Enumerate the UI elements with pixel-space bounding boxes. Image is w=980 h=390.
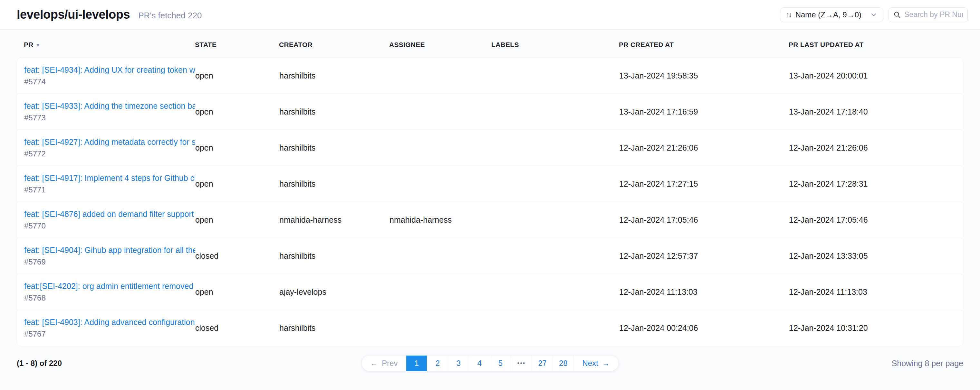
sort-dropdown[interactable]: ↑↓ Name (Z→A, 9→0) (780, 7, 883, 22)
column-header-pr-last-updated-at: PR LAST UPDATED AT (789, 41, 956, 49)
pr-created-at-cell: 13-Jan-2024 19:58:35 (619, 71, 789, 81)
pagination-range-text: (1 - 8) of 220 (17, 359, 62, 368)
pr-number: #5767 (24, 330, 195, 339)
pr-created-at-cell: 12-Jan-2024 00:24:06 (619, 323, 789, 333)
creator-cell: harshilbits (279, 143, 390, 152)
pr-created-at-cell: 12-Jan-2024 11:13:03 (619, 287, 789, 297)
pr-cell: feat: [SEI-4903]: Adding advanced config… (24, 318, 195, 339)
pr-created-at-cell: 12-Jan-2024 17:05:46 (619, 215, 789, 225)
chevron-down-icon (870, 11, 877, 18)
page-title: levelops/ui-levelops (17, 8, 130, 22)
table-row: feat: [SEI-4934]: Adding UX for creating… (17, 58, 963, 94)
pr-number: #5773 (24, 113, 195, 122)
pr-cell: feat: [SEI-4904]: Gihub app integration … (24, 246, 195, 266)
pr-title-link[interactable]: feat:[SEI-4202]: org admin entitlement r… (24, 282, 195, 291)
search-input[interactable] (904, 10, 963, 19)
pr-cell: feat: [SEI-4917]: Implement 4 steps for … (24, 173, 195, 194)
state-cell: open (195, 179, 279, 189)
creator-cell: harshilbits (279, 107, 390, 116)
table-row: feat: [SEI-4876] added on demand filter … (17, 202, 963, 238)
assignee-cell: nmahida-harness (390, 215, 492, 225)
column-header-pr-created-at: PR CREATED AT (619, 41, 789, 49)
creator-cell: harshilbits (279, 71, 390, 81)
table-header-row: PR▾STATECREATORASSIGNEELABELSPR CREATED … (17, 39, 963, 50)
search-box (889, 7, 968, 22)
page-button-2[interactable]: 2 (427, 355, 448, 371)
pr-table: feat: [SEI-4934]: Adding UX for creating… (17, 57, 963, 346)
table-row: feat: [SEI-4917]: Implement 4 steps for … (17, 166, 963, 202)
column-header-pr: PR▾ (24, 41, 195, 49)
state-cell: open (195, 71, 279, 81)
pr-title-link[interactable]: feat: [SEI-4933]: Adding the timezone se… (24, 101, 195, 111)
state-cell: closed (195, 323, 279, 333)
state-cell: open (195, 143, 279, 152)
pr-cell: feat: [SEI-4876] added on demand filter … (24, 209, 195, 230)
pr-last-updated-at-cell: 12-Jan-2024 11:13:03 (789, 287, 956, 297)
pr-last-updated-at-cell: 12-Jan-2024 21:26:06 (789, 143, 956, 152)
header-controls: ↑↓ Name (Z→A, 9→0) (780, 7, 968, 22)
state-cell: open (195, 107, 279, 116)
table-row: feat:[SEI-4202]: org admin entitlement r… (17, 274, 963, 310)
prev-page-button[interactable]: ←Prev (362, 355, 406, 371)
page-button-27[interactable]: 27 (532, 355, 553, 371)
pr-created-at-cell: 12-Jan-2024 21:26:06 (619, 143, 789, 152)
pr-number: #5774 (24, 77, 195, 86)
state-cell: open (195, 287, 279, 297)
sort-selected-value: Name (Z→A, 9→0) (795, 10, 861, 19)
pr-number: #5771 (24, 185, 195, 194)
pr-created-at-cell: 13-Jan-2024 17:16:59 (619, 107, 789, 116)
creator-cell: harshilbits (279, 179, 390, 189)
state-cell: open (195, 215, 279, 225)
page-button-1[interactable]: 1 (406, 355, 427, 371)
pr-title-link[interactable]: feat: [SEI-4904]: Gihub app integration … (24, 246, 195, 255)
pr-last-updated-at-cell: 13-Jan-2024 17:18:40 (789, 107, 956, 116)
pagination: ←Prev12345•••2728Next→ (362, 355, 618, 371)
table-footer: (1 - 8) of 220 ←Prev12345•••2728Next→ Sh… (0, 355, 980, 371)
main-content: PR▾STATECREATORASSIGNEELABELSPR CREATED … (0, 39, 980, 346)
pr-fetched-count: PR's fetched 220 (138, 9, 202, 21)
column-header-state: STATE (195, 41, 279, 49)
pr-cell: feat: [SEI-4934]: Adding UX for creating… (24, 65, 195, 86)
search-icon (893, 11, 901, 19)
pr-number: #5768 (24, 293, 195, 303)
pr-title-link[interactable]: feat: [SEI-4934]: Adding UX for creating… (24, 65, 195, 75)
pr-title-link[interactable]: feat: [SEI-4876] added on demand filter … (24, 209, 195, 219)
table-row: feat: [SEI-4904]: Gihub app integration … (17, 238, 963, 274)
pr-number: #5770 (24, 221, 195, 230)
per-page-text: Showing 8 per page (892, 359, 963, 368)
creator-cell: nmahida-harness (279, 215, 390, 225)
pr-title-link[interactable]: feat: [SEI-4917]: Implement 4 steps for … (24, 173, 195, 183)
pr-number: #5772 (24, 149, 195, 158)
table-row: feat: [SEI-4927]: Adding metadata correc… (17, 130, 963, 166)
pr-title-link[interactable]: feat: [SEI-4903]: Adding advanced config… (24, 318, 195, 327)
column-filter-caret-icon[interactable]: ▾ (37, 42, 39, 48)
next-page-button[interactable]: Next→ (574, 355, 618, 371)
pr-last-updated-at-cell: 13-Jan-2024 20:00:01 (789, 71, 956, 81)
column-header-labels: LABELS (491, 41, 619, 49)
arrow-right-icon: → (602, 359, 610, 368)
creator-cell: harshilbits (279, 251, 390, 261)
page-button-4[interactable]: 4 (469, 355, 490, 371)
arrow-left-icon: ← (370, 359, 378, 368)
pr-created-at-cell: 12-Jan-2024 17:27:15 (619, 179, 789, 189)
pr-last-updated-at-cell: 12-Jan-2024 10:31:20 (789, 323, 956, 333)
table-row: feat: [SEI-4903]: Adding advanced config… (17, 310, 963, 346)
column-header-assignee: ASSIGNEE (389, 41, 491, 49)
pr-last-updated-at-cell: 12-Jan-2024 17:28:31 (789, 179, 956, 189)
pr-cell: feat: [SEI-4927]: Adding metadata correc… (24, 137, 195, 158)
sort-direction-icon: ↑↓ (786, 11, 791, 19)
pr-title-link[interactable]: feat: [SEI-4927]: Adding metadata correc… (24, 137, 195, 147)
creator-cell: ajay-levelops (279, 287, 390, 297)
page-button-28[interactable]: 28 (553, 355, 574, 371)
page-ellipsis[interactable]: ••• (511, 355, 532, 371)
page-button-3[interactable]: 3 (448, 355, 469, 371)
pr-created-at-cell: 12-Jan-2024 12:57:37 (619, 251, 789, 261)
pr-number: #5769 (24, 257, 195, 266)
column-header-creator: CREATOR (279, 41, 389, 49)
page-button-5[interactable]: 5 (490, 355, 511, 371)
table-row: feat: [SEI-4933]: Adding the timezone se… (17, 94, 963, 130)
pr-cell: feat:[SEI-4202]: org admin entitlement r… (24, 282, 195, 303)
creator-cell: harshilbits (279, 323, 390, 333)
state-cell: closed (195, 251, 279, 261)
pr-cell: feat: [SEI-4933]: Adding the timezone se… (24, 101, 195, 122)
